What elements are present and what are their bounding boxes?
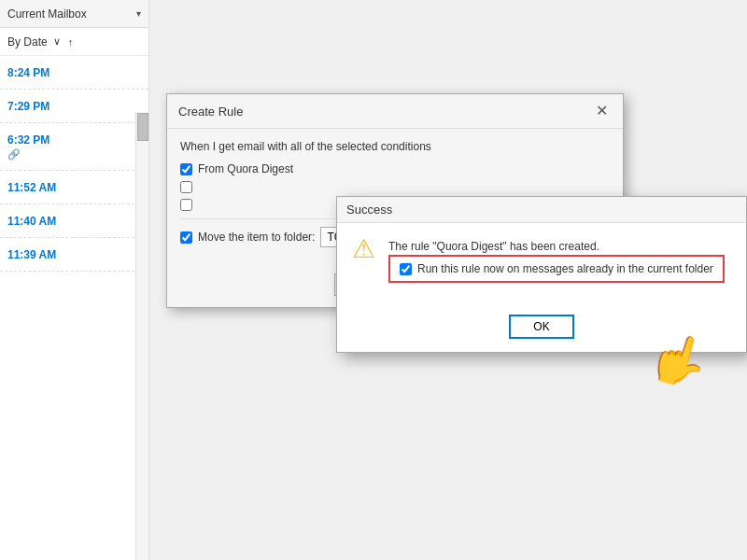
mail-time: 8:24 PM xyxy=(7,66,49,79)
mail-item[interactable]: 7:29 PM xyxy=(0,90,148,123)
success-content: ⚠ The rule "Quora Digest" has been creat… xyxy=(352,236,731,283)
main-area: elect an item... Create Rule ✕ When I ge… xyxy=(149,0,747,560)
scrollbar-thumb[interactable] xyxy=(137,113,148,141)
create-rule-title: Create Rule xyxy=(178,105,243,119)
sort-up-arrow[interactable]: ↑ xyxy=(68,36,74,48)
mailbox-header[interactable]: Current Mailbox ▾ xyxy=(0,0,148,28)
mail-item[interactable]: 11:39 AM xyxy=(0,238,148,272)
success-text-area: The rule "Quora Digest" has been created… xyxy=(388,236,725,283)
mail-time: 6:32 PM xyxy=(7,133,49,147)
success-message: The rule "Quora Digest" has been created… xyxy=(388,236,725,253)
success-titlebar: Success xyxy=(337,197,746,223)
warning-icon: ⚠ xyxy=(352,236,375,262)
run-rule-checkbox[interactable] xyxy=(400,263,412,275)
condition-checkbox-3[interactable] xyxy=(180,199,192,211)
mail-item[interactable]: 6:32 PM 🔗 xyxy=(0,123,148,171)
mailbox-header-label: Current Mailbox xyxy=(7,7,134,21)
create-rule-titlebar: Create Rule ✕ xyxy=(167,94,623,129)
mail-time: 7:29 PM xyxy=(7,100,49,113)
condition-checkbox-2[interactable] xyxy=(180,181,192,193)
sort-bar[interactable]: By Date ∨ ↑ xyxy=(0,28,148,56)
rule-condition-1: From Quora Digest xyxy=(180,162,610,175)
attachment-icon: 🔗 xyxy=(7,148,21,160)
mail-time: 11:52 AM xyxy=(7,181,56,194)
rule-instruction: When I get email with all of the selecte… xyxy=(180,140,610,153)
condition-checkbox-1[interactable] xyxy=(180,163,192,175)
mailbox-panel: Current Mailbox ▾ By Date ∨ ↑ 8:24 PM 7:… xyxy=(0,0,149,560)
mail-item[interactable]: 11:40 AM xyxy=(0,204,148,238)
create-rule-close-button[interactable]: ✕ xyxy=(592,102,612,120)
scrollbar-track[interactable] xyxy=(135,112,148,560)
success-dialog: Success ⚠ The rule "Quora Digest" has be… xyxy=(336,196,747,353)
rule-condition-2 xyxy=(180,181,610,193)
mail-time: 11:39 AM xyxy=(7,248,56,261)
condition-label-1: From Quora Digest xyxy=(198,162,293,175)
success-checkbox-area: Run this rule now on messages already in… xyxy=(388,255,725,283)
move-item-checkbox[interactable] xyxy=(180,231,192,244)
mail-item[interactable]: 11:52 AM xyxy=(0,171,148,204)
mail-item[interactable]: 8:24 PM xyxy=(0,56,148,90)
mail-time: 11:40 AM xyxy=(7,215,56,228)
success-checkbox-label: Run this rule now on messages already in… xyxy=(417,262,713,275)
success-ok-button[interactable]: OK xyxy=(509,315,574,339)
sort-label: By Date xyxy=(7,35,48,49)
success-footer: OK xyxy=(337,307,746,352)
action-label: Move the item to folder: xyxy=(198,231,315,244)
success-title: Success xyxy=(346,203,392,217)
success-body: ⚠ The rule "Quora Digest" has been creat… xyxy=(337,223,746,307)
mailbox-dropdown-arrow[interactable]: ▾ xyxy=(136,8,141,19)
sort-down-arrow[interactable]: ∨ xyxy=(53,35,61,48)
